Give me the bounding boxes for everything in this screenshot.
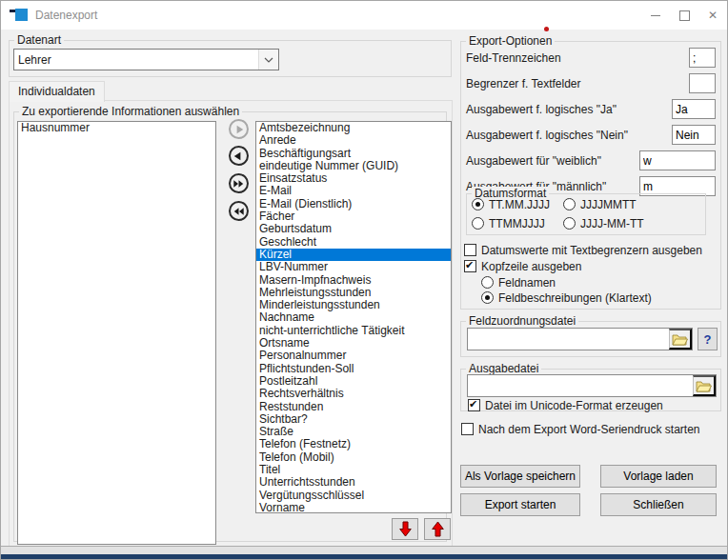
list-item[interactable]: E-Mail xyxy=(256,185,451,197)
datumsformat-option[interactable]: TTMMJJJJ xyxy=(472,216,563,230)
ausgabedatei-group: Ausgabedatei Datei im Unicode-Format erz… xyxy=(460,369,721,411)
datumsformat-option[interactable]: JJJJ-MM-TT xyxy=(563,216,644,230)
word-label: Nach dem Export Word-Seriendruck starten xyxy=(478,423,700,436)
close-icon: ✕ xyxy=(708,9,718,22)
list-item[interactable]: Kürzel xyxy=(256,249,451,261)
list-item[interactable]: Personalnummer xyxy=(256,350,451,362)
word-checkbox-row[interactable]: Nach dem Export Word-Seriendruck starten xyxy=(461,422,700,436)
move-all-right-button[interactable] xyxy=(229,173,249,193)
load-template-button[interactable]: Vorlage laden xyxy=(600,465,717,488)
textbegrenzer-checkbox-row[interactable]: Datumswerte mit Textbegrenzern ausgeben xyxy=(464,243,702,257)
kopfzeile-checkbox[interactable] xyxy=(464,260,476,272)
tab-individualdaten[interactable]: Individualdaten xyxy=(9,81,105,102)
radio-button[interactable] xyxy=(563,198,576,210)
move-selected-left-button[interactable] xyxy=(229,146,249,166)
list-item[interactable]: Fächer xyxy=(256,210,451,223)
help-button[interactable]: ? xyxy=(698,328,718,350)
list-item[interactable]: Postleitzahl xyxy=(256,375,451,388)
chevron-down-icon xyxy=(264,57,273,63)
feldzuordnung-input[interactable] xyxy=(470,330,667,348)
list-item[interactable]: Masern-Impfnachweis xyxy=(256,274,451,287)
list-item[interactable]: Nachname xyxy=(256,311,451,324)
open-folder-icon xyxy=(696,380,712,392)
textbegrenzer-checkbox[interactable] xyxy=(464,244,476,256)
list-item[interactable]: LBV-Nummer xyxy=(256,261,451,273)
feldzuordnung-group: Feldzuordnungsdatei ? xyxy=(460,321,721,357)
feldbeschreibungen-label: Feldbeschreibungen (Klartext) xyxy=(498,291,652,305)
move-all-left-button[interactable] xyxy=(229,201,249,221)
datumsformat-option[interactable]: TT.MM.JJJJ xyxy=(472,197,563,211)
field-selection-label: Zu exportierende Informationen auswählen xyxy=(19,105,242,118)
radio-label: JJJJMMTT xyxy=(580,198,637,211)
list-item[interactable]: Pflichtstunden-Soll xyxy=(256,363,451,375)
close-button[interactable]: ✕ xyxy=(698,1,727,30)
export-option-row: Ausgabewert für "weiblich" xyxy=(466,148,716,173)
list-item[interactable]: Titel xyxy=(256,464,451,476)
available-fields-list[interactable]: AmtsbezeichnungAnredeBeschäftigungsartei… xyxy=(255,121,452,513)
feldnamen-radio-row[interactable]: Feldnamen xyxy=(481,275,556,290)
feldnamen-radio[interactable] xyxy=(481,276,494,289)
option-input[interactable] xyxy=(689,73,716,93)
radio-button[interactable] xyxy=(472,198,484,210)
list-item[interactable]: nicht-unterrichtliche Tätigkeit xyxy=(256,325,451,337)
list-item[interactable]: Minderleistungsstunden xyxy=(256,299,451,311)
option-input[interactable] xyxy=(639,150,716,170)
list-item[interactable]: Straße xyxy=(256,426,451,438)
save-template-button[interactable]: Als Vorlage speichern xyxy=(460,465,580,488)
option-input[interactable] xyxy=(672,125,716,145)
list-item[interactable]: Vorname xyxy=(256,502,451,513)
list-item[interactable]: Geburtsdatum xyxy=(256,223,451,235)
datenart-label: Datenart xyxy=(14,33,64,47)
list-item[interactable]: Beschäftigungsart xyxy=(256,148,451,160)
kopfzeile-checkbox-row[interactable]: Kopfzeile ausgeben xyxy=(464,259,581,273)
dropdown-button[interactable] xyxy=(258,50,278,70)
list-item[interactable]: Mehrleistungsstunden xyxy=(256,287,451,299)
open-folder-icon xyxy=(672,333,688,346)
list-item[interactable]: Rechtsverhältnis xyxy=(256,388,451,400)
feldbeschreibungen-radio[interactable] xyxy=(481,291,494,304)
list-item[interactable]: Hausnummer xyxy=(18,122,215,134)
start-export-button[interactable]: Export starten xyxy=(460,493,580,516)
selected-fields-list[interactable]: Hausnummer xyxy=(17,121,216,545)
datumsformat-option[interactable]: JJJJMMTT xyxy=(563,197,644,211)
feldbeschreibungen-radio-row[interactable]: Feldbeschreibungen (Klartext) xyxy=(481,290,652,305)
list-item[interactable]: eindeutige Nummer (GUID) xyxy=(256,160,451,172)
list-item[interactable]: Geschlecht xyxy=(256,236,451,249)
list-item[interactable]: Einsatzstatus xyxy=(256,172,451,185)
radio-button[interactable] xyxy=(472,217,484,230)
option-label: Ausgabewert f. logisches "Nein" xyxy=(466,129,628,142)
feldzuordnung-label: Feldzuordnungsdatei xyxy=(466,314,578,328)
list-item[interactable]: Sichtbar? xyxy=(256,413,451,426)
close-dialog-button[interactable]: Schließen xyxy=(600,493,717,516)
word-checkbox[interactable] xyxy=(461,423,474,435)
move-selected-right-button[interactable] xyxy=(229,119,249,139)
left-arrow-icon xyxy=(231,148,247,165)
ausgabedatei-browse-button[interactable] xyxy=(693,375,716,396)
title-bar: Datenexport ✕ xyxy=(1,1,727,30)
unicode-checkbox[interactable] xyxy=(468,399,480,411)
unicode-checkbox-row[interactable]: Datei im Unicode-Format erzeugen xyxy=(468,398,663,412)
move-down-button[interactable] xyxy=(392,518,418,540)
export-option-row: Begrenzer f. Textfelder xyxy=(466,70,716,96)
maximize-button[interactable] xyxy=(670,1,698,30)
list-item[interactable]: Anrede xyxy=(256,134,451,147)
left-all-arrow-icon xyxy=(231,203,247,220)
list-item[interactable]: Unterrichtsstunden xyxy=(256,476,451,489)
list-item[interactable]: Amtsbezeichnung xyxy=(256,122,451,134)
datenart-combobox[interactable]: Lehrer xyxy=(13,49,279,70)
list-item[interactable]: Telefon (Festnetz) xyxy=(256,438,451,450)
option-input[interactable] xyxy=(689,48,716,68)
list-item[interactable]: Telefon (Mobil) xyxy=(256,451,451,464)
ausgabedatei-input[interactable] xyxy=(470,377,691,394)
recording-dot xyxy=(544,27,549,31)
radio-button[interactable] xyxy=(563,217,576,230)
list-item[interactable]: Vergütungsschlüssel xyxy=(256,490,451,502)
feldzuordnung-browse-button[interactable] xyxy=(669,329,692,350)
minimize-button[interactable] xyxy=(641,1,670,30)
list-item[interactable]: Ortsname xyxy=(256,337,451,350)
move-up-button[interactable] xyxy=(424,518,451,540)
list-item[interactable]: Reststunden xyxy=(256,401,451,413)
option-input[interactable] xyxy=(672,99,716,119)
red-arrow-down-icon xyxy=(399,521,412,537)
list-item[interactable]: E-Mail (Dienstlich) xyxy=(256,198,451,210)
